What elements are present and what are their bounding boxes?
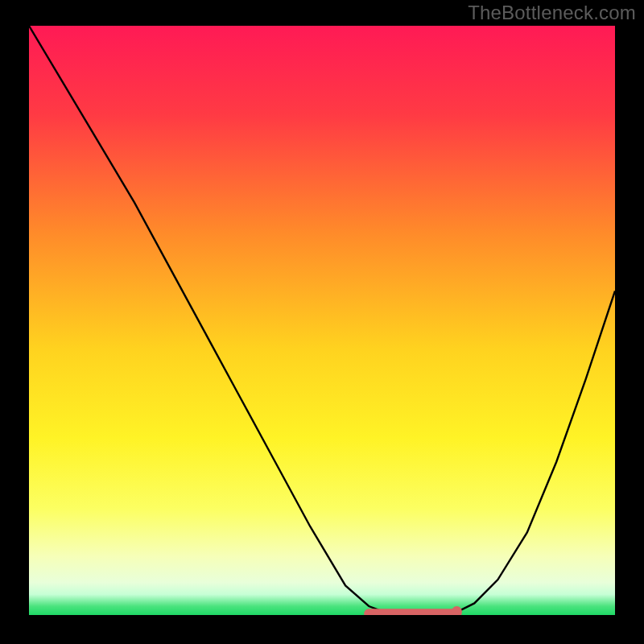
bottleneck-curve [29, 26, 615, 615]
watermark-text: TheBottleneck.com [468, 2, 636, 24]
plot-area [29, 26, 615, 615]
valley-end-dot [452, 606, 462, 615]
curve-overlay [29, 26, 615, 615]
outer-frame: TheBottleneck.com [0, 0, 644, 644]
